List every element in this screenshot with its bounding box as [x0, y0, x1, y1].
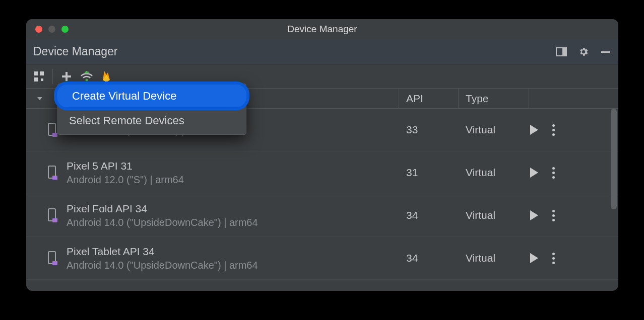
device-name: Pixel Fold API 34: [67, 203, 258, 215]
table-row[interactable]: Pixel 5 API 31 Android 12.0 ("S") | arm6…: [26, 151, 618, 194]
traffic-lights: [35, 26, 69, 33]
kebab-icon: [552, 253, 555, 264]
menu-item-label: Create Virtual Device: [72, 90, 176, 103]
kebab-icon: [552, 167, 555, 179]
kebab-icon: [552, 210, 555, 221]
device-api: 34: [399, 252, 459, 264]
device-api: 31: [399, 167, 459, 179]
device-subtitle: Android 12.0 ("S") | arm64: [67, 174, 184, 186]
panel-actions: [556, 46, 611, 57]
minimize-window-button[interactable]: [48, 26, 55, 33]
svg-rect-4: [40, 71, 44, 75]
svg-rect-17: [52, 218, 57, 222]
firebase-icon[interactable]: [101, 70, 111, 83]
table-row[interactable]: Pixel Fold API 34 Android 14.0 ("UpsideD…: [26, 194, 618, 237]
device-type: Virtual: [459, 124, 529, 136]
svg-rect-19: [52, 261, 57, 265]
phone-icon: [47, 166, 59, 180]
svg-rect-1: [562, 48, 566, 56]
device-type: Virtual: [459, 167, 529, 179]
run-button[interactable]: [529, 253, 539, 264]
svg-rect-8: [62, 75, 71, 77]
run-button[interactable]: [529, 210, 539, 221]
device-name: Pixel 5 API 31: [67, 160, 184, 172]
run-button[interactable]: [529, 124, 539, 135]
device-api: 33: [399, 124, 459, 136]
toolbar-separator: [52, 69, 53, 84]
dock-icon[interactable]: [556, 47, 567, 56]
col-header-api[interactable]: API: [399, 89, 459, 108]
run-button[interactable]: [529, 167, 539, 178]
phone-icon: [47, 251, 59, 265]
more-actions-button[interactable]: [552, 210, 555, 221]
wifi-icon[interactable]: [80, 71, 93, 82]
minimize-panel-button[interactable]: [600, 46, 611, 57]
svg-rect-6: [41, 78, 43, 81]
device-subtitle: Android 14.0 ("UpsideDownCake") | arm64: [67, 260, 258, 271]
device-manager-window: Device Manager Device Manager: [26, 19, 618, 291]
device-name: Pixel Tablet API 34: [67, 246, 258, 258]
panel-header: Device Manager: [26, 39, 618, 64]
close-window-button[interactable]: [35, 26, 42, 33]
device-type: Virtual: [459, 209, 529, 221]
device-api: 34: [399, 209, 459, 221]
col-header-actions: [529, 89, 585, 108]
svg-point-9: [86, 78, 88, 81]
window-title: Device Manager: [26, 24, 618, 35]
more-actions-button[interactable]: [552, 167, 555, 179]
menu-item-create-virtual-device-highlight[interactable]: Create Virtual Device: [54, 82, 249, 110]
more-actions-button[interactable]: [552, 124, 555, 136]
svg-rect-2: [601, 51, 610, 53]
titlebar: Device Manager: [26, 19, 618, 39]
gear-icon[interactable]: [578, 46, 589, 57]
table-row[interactable]: Pixel Tablet API 34 Android 14.0 ("Upsid…: [26, 237, 618, 280]
menu-item-select-remote-devices[interactable]: Select Remote Devices: [58, 109, 246, 132]
kebab-icon: [552, 124, 555, 136]
scrollbar[interactable]: [611, 109, 617, 209]
device-type: Virtual: [459, 252, 529, 264]
add-device-button[interactable]: [61, 71, 72, 82]
col-header-type[interactable]: Type: [459, 89, 529, 108]
svg-rect-5: [34, 77, 38, 82]
svg-rect-3: [34, 71, 38, 75]
svg-rect-15: [52, 176, 57, 180]
phone-icon: [47, 208, 59, 222]
grid-view-icon[interactable]: [33, 71, 44, 82]
more-actions-button[interactable]: [552, 253, 555, 264]
panel-title: Device Manager: [33, 45, 117, 58]
maximize-window-button[interactable]: [61, 26, 69, 33]
svg-rect-13: [52, 133, 57, 137]
svg-rect-11: [85, 71, 89, 73]
device-subtitle: Android 14.0 ("UpsideDownCake") | arm64: [67, 217, 258, 228]
